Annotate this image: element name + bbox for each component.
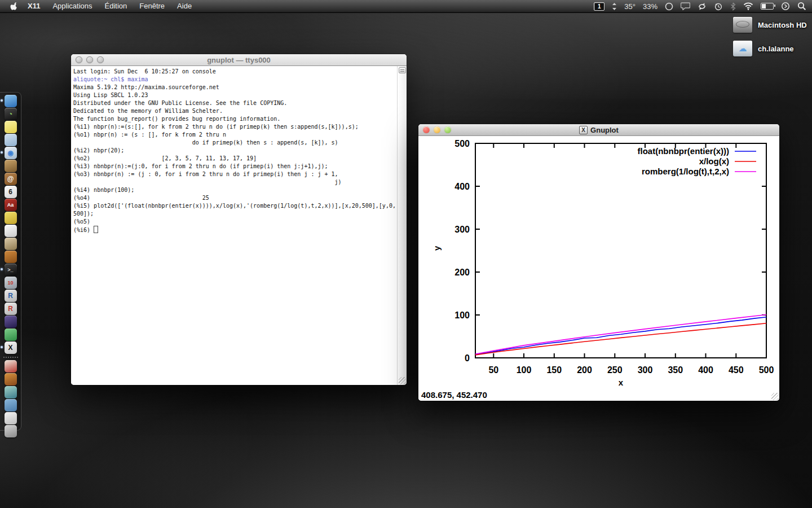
svg-text:150: 150 [546, 365, 562, 375]
svg-text:400: 400 [454, 182, 470, 191]
running-indicator [1, 151, 3, 154]
svg-text:x/log(x): x/log(x) [699, 156, 729, 166]
wifi-icon[interactable] [743, 2, 753, 10]
dock-item-address-book[interactable]: @ [5, 173, 17, 185]
svg-text:350: 350 [668, 365, 683, 375]
running-indicator [1, 99, 3, 102]
sync-icon[interactable] [698, 2, 707, 11]
dock-item-stack-papers[interactable] [5, 360, 17, 373]
dock-item-folder-documents[interactable] [5, 399, 17, 411]
terminal-line: Last login: Sun Dec 6 10:25:27 on consol… [73, 68, 396, 76]
terminal-line: (%i3) nbnbpr(n):=(j:0, for i from 2 thru… [73, 163, 396, 170]
terminal-line: Distributed under the GNU Public License… [73, 99, 396, 107]
dock-item-stack-pictures[interactable] [5, 386, 17, 398]
gnuplot-cursor-coordinates: 408.675, 452.470 [421, 390, 487, 400]
safari-icon: ◉ [5, 147, 17, 159]
dock-item-ical[interactable]: 6 [5, 186, 17, 198]
running-indicator [1, 268, 3, 270]
terminal-line: j) [73, 178, 396, 186]
folder-documents-icon [5, 399, 17, 411]
battery-icon[interactable] [761, 3, 774, 10]
finder-icon [5, 95, 17, 107]
dock-item-dashboard[interactable]: ◔ [5, 108, 17, 120]
terminal-line: (%i6) [73, 226, 396, 234]
stack-papers-icon [5, 360, 17, 373]
gnuplot-chart: 5010015020025030035040045050001002003004… [418, 136, 779, 401]
dock-item-emacs[interactable] [5, 251, 17, 263]
terminal-content[interactable]: Last login: Sun Dec 6 10:25:27 on consol… [71, 66, 407, 385]
bluetooth-icon[interactable] [730, 2, 736, 11]
gnuplot-canvas[interactable]: 5010015020025030035040045050001002003004… [418, 136, 779, 401]
dock-item-r-app[interactable]: R [5, 290, 17, 302]
svg-text:x: x [619, 378, 624, 387]
dock-separator [3, 357, 18, 358]
bibdesk-icon [5, 225, 17, 237]
dock-item-r-64[interactable]: R [5, 303, 17, 315]
terminal-scrollbar[interactable] [397, 66, 407, 385]
ical-icon: 6 [5, 186, 17, 198]
internal-drive-icon [733, 17, 752, 33]
battery-percent-status[interactable]: 33% [643, 2, 657, 11]
dock-item-x11[interactable]: X [5, 341, 17, 354]
desktop-icon-label: Macintosh HD [758, 21, 807, 29]
time-machine-icon[interactable] [714, 2, 723, 11]
timer-circle-icon[interactable] [665, 2, 673, 11]
svg-text:200: 200 [454, 268, 470, 277]
terminal-line: (%o1) nbpr(n) := (s : [], for k from 2 t… [73, 131, 396, 139]
stata-icon: 10 [5, 277, 17, 289]
terminal-resize-grip[interactable] [399, 377, 406, 384]
gnuplot-titlebar[interactable]: X Gnuplot [418, 124, 779, 136]
gnuplot-resize-grip[interactable] [771, 393, 779, 400]
emacs-icon [5, 251, 17, 263]
dock-item-finder[interactable] [5, 95, 17, 107]
terminal-line: Dedicated to the memory of William Schel… [73, 107, 396, 115]
terminal-title: gnuplot — ttys000 [71, 56, 407, 64]
menu-édition[interactable]: Édition [99, 2, 134, 10]
stack-pictures-icon [5, 386, 17, 398]
chat-bubble-icon[interactable] [681, 2, 690, 10]
dock-item-adium[interactable] [5, 212, 17, 224]
spaces-indicator[interactable]: 1 [594, 2, 604, 11]
menubar: X11ApplicationsÉditionFenêtreAide 1 35° … [0, 0, 812, 13]
dock-item-stack-utilities[interactable] [5, 373, 17, 386]
dock-item-stack-files[interactable] [5, 412, 17, 424]
scrollbar-top-icon[interactable] [399, 67, 406, 73]
menu-applications[interactable]: Applications [46, 2, 98, 10]
svg-text:400: 400 [698, 365, 713, 375]
desktop-icon-macintosh-hd[interactable]: Macintosh HD [733, 17, 807, 33]
dock-item-comic-reader[interactable] [5, 329, 17, 341]
dock-item-bank-app[interactable] [5, 238, 17, 250]
dock-item-terminal[interactable]: >_ [5, 264, 17, 276]
idisk-icon: ☁ [733, 41, 752, 56]
desktop-icons: Macintosh HD ☁ ch.lalanne [733, 17, 807, 64]
dock-item-eclipse[interactable] [5, 316, 17, 328]
dock-item-safari[interactable]: ◉ [5, 147, 17, 159]
terminal-titlebar[interactable]: gnuplot — ttys000 [71, 54, 407, 66]
dock-item-bibdesk[interactable] [5, 225, 17, 237]
terminal-line: (%o2) [2, 3, 5, 7, 11, 13, 17, 19] [73, 155, 396, 163]
desktop-icon-ch-lalanne[interactable]: ☁ ch.lalanne [733, 41, 807, 56]
apple-menu[interactable] [7, 2, 21, 11]
spotlight-icon[interactable] [797, 2, 806, 11]
updown-arrows-icon[interactable] [612, 3, 617, 10]
menu-fenêtre[interactable]: Fenêtre [133, 2, 171, 10]
dock-item-mail[interactable] [5, 134, 17, 146]
x11-window-icon: X [579, 126, 588, 134]
dock-item-stata[interactable]: 10 [5, 277, 17, 289]
gnuplot-window: X Gnuplot 501001502002503003504004505000… [418, 124, 779, 401]
terminal-line: (%i4) nbnbpr(100); [73, 186, 396, 194]
temperature-status[interactable]: 35° [624, 2, 636, 11]
dock-item-dictionary[interactable]: Aa [5, 199, 17, 211]
svg-text:float(nbnbpr(entier(x))): float(nbnbpr(entier(x))) [638, 146, 729, 156]
dock-item-trash[interactable] [5, 425, 17, 437]
svg-text:y: y [432, 246, 442, 251]
svg-text:100: 100 [454, 310, 470, 320]
shortcut-circle-icon[interactable] [781, 2, 790, 11]
dock-item-stickies[interactable] [5, 121, 17, 133]
menu-aide[interactable]: Aide [171, 2, 198, 10]
svg-text:450: 450 [729, 365, 744, 375]
address-book-icon: @ [5, 173, 17, 185]
terminal-line: The function bug_report() provides bug r… [73, 115, 396, 123]
menu-x11[interactable]: X11 [21, 2, 46, 10]
dock-item-photo-booth[interactable] [5, 160, 17, 172]
